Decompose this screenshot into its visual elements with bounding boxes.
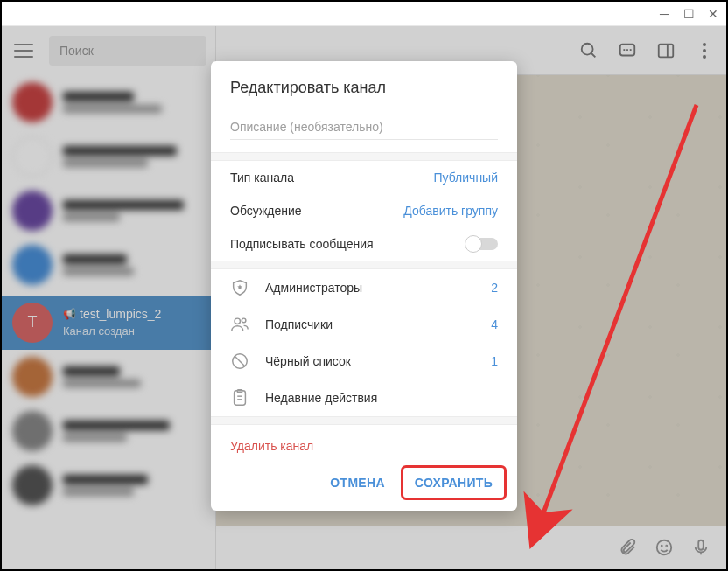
mgmt-label: Подписчики	[265, 317, 475, 331]
window-titlebar: ─ ☐ ✕	[2, 2, 726, 26]
sign-toggle[interactable]	[466, 238, 498, 250]
svg-point-12	[234, 318, 240, 324]
modal-overlay[interactable]: Редактировать канал Описание (необязател…	[2, 26, 726, 569]
discussion-row[interactable]: Обсуждение Добавить группу	[211, 194, 517, 227]
modal-title: Редактировать канал	[211, 61, 517, 113]
modal-buttons: ОТМЕНА СОХРАНИТЬ	[211, 460, 517, 511]
mgmt-label: Недавние действия	[265, 391, 482, 405]
blacklist-row[interactable]: Чёрный список 1	[211, 343, 517, 380]
mgmt-count: 4	[491, 317, 498, 331]
setting-label: Обсуждение	[230, 204, 302, 218]
setting-label: Подписывать сообщения	[230, 237, 374, 251]
app-window: ─ ☐ ✕ Поиск T 📢	[0, 0, 728, 571]
admins-row[interactable]: Администраторы 2	[211, 269, 517, 306]
list-icon	[230, 388, 249, 407]
channel-type-row[interactable]: Тип канала Публичный	[211, 161, 517, 194]
cancel-button[interactable]: ОТМЕНА	[318, 467, 396, 498]
edit-channel-modal: Редактировать канал Описание (необязател…	[211, 61, 517, 511]
setting-label: Тип канала	[230, 171, 294, 185]
svg-line-15	[234, 356, 245, 366]
minimize-icon[interactable]: ─	[658, 8, 670, 20]
app-body: Поиск T 📢 test_lumpics_2 Канал	[2, 26, 726, 569]
svg-point-13	[242, 318, 246, 323]
mgmt-label: Администраторы	[265, 281, 475, 295]
subscribers-row[interactable]: Подписчики 4	[211, 306, 517, 343]
mgmt-count: 1	[491, 354, 498, 368]
save-button[interactable]: СОХРАНИТЬ	[402, 467, 505, 498]
close-icon[interactable]: ✕	[707, 8, 719, 20]
block-icon	[230, 352, 249, 371]
mgmt-count: 2	[491, 281, 498, 295]
maximize-icon[interactable]: ☐	[682, 8, 695, 20]
people-icon	[230, 315, 249, 334]
description-input[interactable]: Описание (необязательно)	[230, 120, 498, 140]
discussion-value[interactable]: Добавить группу	[403, 204, 498, 218]
shield-icon	[230, 278, 249, 297]
recent-actions-row[interactable]: Недавние действия	[211, 380, 517, 416]
channel-type-value[interactable]: Публичный	[433, 171, 498, 185]
divider	[211, 416, 517, 425]
divider	[211, 152, 517, 161]
divider	[211, 261, 517, 269]
sign-messages-row[interactable]: Подписывать сообщения	[211, 227, 517, 261]
delete-channel-link[interactable]: Удалить канал	[211, 425, 517, 460]
mgmt-label: Чёрный список	[265, 354, 475, 368]
